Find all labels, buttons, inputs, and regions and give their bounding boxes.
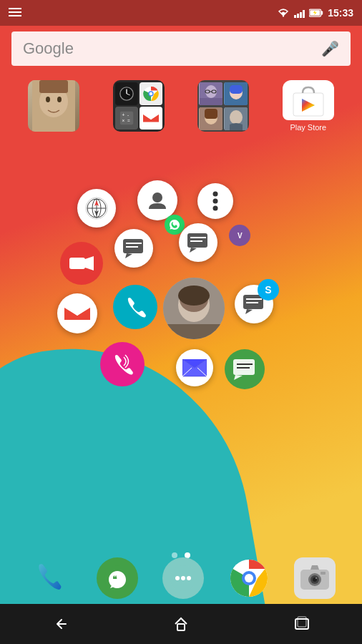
menu-icon bbox=[9, 8, 21, 18]
skype-label: S bbox=[265, 284, 271, 296]
svg-point-48 bbox=[213, 192, 218, 197]
gmail-cell bbox=[140, 107, 162, 130]
play-store-icon[interactable]: Play Store bbox=[283, 80, 334, 132]
svg-point-3 bbox=[283, 15, 284, 16]
skype-icon[interactable]: S bbox=[258, 279, 279, 301]
battery-icon bbox=[309, 9, 323, 17]
message-icon-2[interactable] bbox=[179, 223, 217, 262]
svg-text:V: V bbox=[238, 232, 243, 240]
photo-cell-4 bbox=[224, 107, 248, 130]
svg-point-10 bbox=[57, 97, 62, 102]
hangouts-dock-icon[interactable]: ❝ bbox=[97, 557, 138, 599]
svg-point-17 bbox=[149, 92, 152, 96]
menu-dots-icon[interactable] bbox=[197, 183, 233, 219]
camera-dock-icon[interactable] bbox=[294, 557, 336, 599]
svg-point-77 bbox=[187, 576, 191, 580]
svg-rect-51 bbox=[69, 258, 85, 269]
svg-point-80 bbox=[245, 574, 253, 582]
chrome-dock-icon[interactable] bbox=[228, 557, 270, 599]
phone-teal-icon[interactable] bbox=[113, 285, 157, 329]
message-icon-1[interactable] bbox=[114, 229, 153, 268]
svg-point-9 bbox=[46, 97, 50, 102]
svg-rect-26 bbox=[200, 98, 222, 105]
recents-button[interactable] bbox=[280, 610, 323, 638]
photo-cell-3 bbox=[199, 107, 222, 130]
viber-icon[interactable]: V bbox=[229, 225, 250, 246]
svg-point-65 bbox=[178, 286, 210, 306]
app-cluster: V S bbox=[57, 179, 272, 408]
home-button[interactable] bbox=[160, 610, 202, 638]
calc-cell: + - × = bbox=[115, 107, 138, 130]
svg-rect-11 bbox=[39, 80, 68, 93]
status-bar: 15:33 bbox=[0, 0, 362, 26]
svg-marker-52 bbox=[85, 256, 94, 270]
photo-cell-1 bbox=[199, 82, 222, 105]
apps-row: + - × = bbox=[0, 80, 362, 132]
svg-text:=: = bbox=[127, 118, 130, 123]
search-placeholder: Google bbox=[23, 39, 74, 58]
clock-cell bbox=[115, 82, 138, 105]
video-camera-icon[interactable] bbox=[60, 242, 103, 285]
status-icons: 15:33 bbox=[277, 7, 353, 19]
gmail-icon[interactable] bbox=[57, 293, 97, 333]
play-store-logo bbox=[283, 80, 334, 120]
play-store-label: Play Store bbox=[290, 123, 326, 132]
nav-bar bbox=[0, 604, 362, 644]
svg-rect-32 bbox=[230, 85, 243, 94]
status-left bbox=[9, 8, 21, 18]
dock: ❝ bbox=[0, 555, 362, 601]
message-green-icon[interactable] bbox=[225, 349, 265, 389]
search-bar[interactable]: Google 🎤 bbox=[11, 31, 351, 66]
phone-magenta-icon[interactable] bbox=[100, 342, 145, 386]
svg-text:+: + bbox=[122, 112, 124, 117]
phone-dock-icon[interactable] bbox=[26, 555, 72, 601]
multi-widget[interactable]: + - × = bbox=[113, 80, 165, 132]
svg-point-37 bbox=[230, 110, 243, 125]
svg-rect-5 bbox=[321, 11, 323, 15]
svg-text:×: × bbox=[122, 118, 124, 123]
svg-rect-64 bbox=[163, 324, 225, 339]
mic-icon[interactable]: 🎤 bbox=[321, 40, 339, 57]
back-button[interactable] bbox=[39, 610, 82, 638]
svg-point-49 bbox=[213, 199, 218, 204]
svg-rect-1 bbox=[9, 11, 21, 13]
person-photo-icon[interactable] bbox=[163, 278, 225, 339]
photo-cell-2 bbox=[224, 82, 248, 105]
svg-rect-87 bbox=[177, 624, 185, 630]
multi-photo[interactable] bbox=[197, 80, 249, 132]
svg-text:❝: ❝ bbox=[112, 575, 117, 585]
wifi-icon bbox=[277, 8, 290, 18]
svg-point-75 bbox=[175, 576, 180, 580]
photo-widget[interactable] bbox=[28, 80, 79, 132]
app-launcher-icon[interactable] bbox=[162, 557, 204, 599]
photo-widget-image bbox=[28, 80, 79, 132]
svg-rect-0 bbox=[9, 8, 21, 9]
svg-rect-35 bbox=[205, 109, 217, 119]
clock: 15:33 bbox=[328, 7, 353, 19]
svg-rect-2 bbox=[9, 15, 21, 16]
signal-icon bbox=[294, 8, 305, 18]
svg-text:-: - bbox=[127, 112, 129, 117]
airmail-icon[interactable] bbox=[176, 349, 213, 386]
svg-point-47 bbox=[152, 192, 162, 203]
svg-point-50 bbox=[213, 206, 218, 211]
svg-point-76 bbox=[181, 576, 185, 580]
globe-icon[interactable] bbox=[77, 189, 116, 228]
svg-rect-86 bbox=[321, 572, 326, 575]
svg-point-85 bbox=[315, 577, 317, 579]
chrome-cell bbox=[140, 82, 162, 105]
